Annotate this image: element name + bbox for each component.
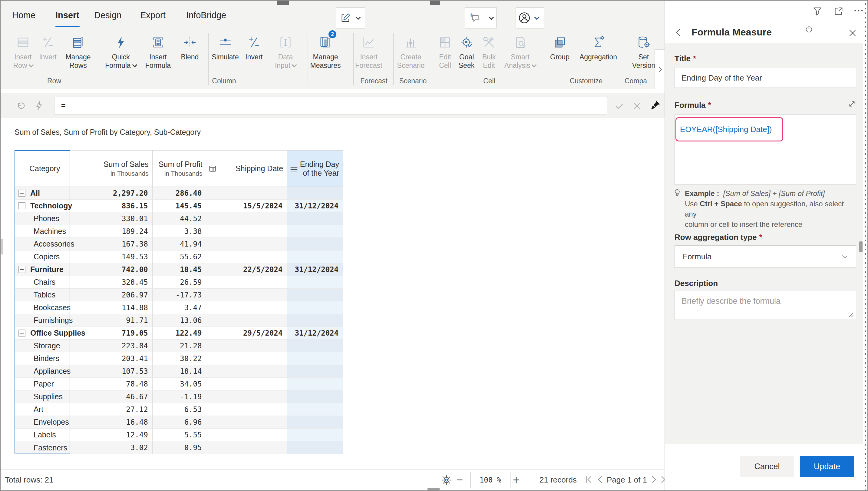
menu-tab-design[interactable]: Design (94, 8, 121, 22)
table-cell[interactable]: 3.02 (96, 441, 153, 454)
table-row[interactable]: Phones330.0144.52 (15, 212, 343, 225)
comment-button[interactable] (465, 7, 497, 28)
table-cell[interactable]: 6.53 (153, 403, 207, 415)
table-cell[interactable] (287, 441, 343, 454)
table-cell[interactable]: 2,297.20 (96, 187, 153, 199)
formula-input[interactable]: = (54, 97, 607, 115)
table-cell[interactable]: 145.45 (153, 200, 207, 212)
collapse-icon[interactable] (19, 266, 25, 273)
zoom-in-button[interactable]: + (513, 473, 520, 487)
menu-tab-infobridge[interactable]: InfoBridge (186, 8, 226, 22)
table-cell[interactable]: 91.71 (96, 314, 153, 326)
table-cell[interactable]: 719.05 (96, 327, 153, 339)
table-cell[interactable]: 167.38 (96, 238, 153, 250)
table-cell[interactable]: Chairs (15, 276, 96, 288)
table-cell[interactable] (206, 365, 287, 377)
pin-formula-bar-icon[interactable] (650, 100, 661, 111)
table-cell[interactable]: 149.53 (96, 251, 153, 263)
table-cell[interactable] (287, 365, 343, 377)
table-cell[interactable]: Bookcases (15, 301, 96, 314)
table-row[interactable]: Storage223.8421.28 (15, 340, 343, 352)
table-cell[interactable]: Supplies (15, 391, 96, 403)
table-cell[interactable] (206, 403, 287, 415)
table-cell[interactable]: 55.62 (153, 251, 207, 263)
table-cell[interactable]: 0.95 (153, 441, 207, 454)
table-cell[interactable]: All (15, 187, 96, 199)
table-cell[interactable]: Fasteners (15, 441, 96, 454)
group-button[interactable]: Group (549, 32, 571, 78)
table-cell[interactable] (206, 340, 287, 352)
expand-panel-icon[interactable] (834, 6, 844, 17)
table-cell[interactable]: Copiers (15, 251, 96, 263)
table-cell[interactable]: 41.94 (153, 238, 207, 250)
table-cell[interactable] (206, 289, 287, 301)
resize-grip-icon[interactable] (846, 310, 855, 318)
zoom-level-input[interactable]: 100 % (470, 472, 510, 488)
table-cell[interactable]: 330.01 (96, 212, 153, 225)
table-cell[interactable]: 836.15 (96, 200, 153, 212)
table-cell[interactable] (206, 391, 287, 403)
column-header-category[interactable]: Category (15, 150, 96, 186)
comment-dropdown[interactable] (484, 7, 496, 28)
cancel-button[interactable]: Cancel (740, 456, 794, 477)
table-row[interactable]: Tables206.97-17.73 (15, 289, 343, 301)
close-icon[interactable] (848, 28, 857, 37)
table-cell[interactable] (287, 251, 343, 263)
table-cell[interactable] (206, 225, 287, 237)
menu-tab-export[interactable]: Export (140, 8, 165, 22)
table-cell[interactable]: 223.84 (96, 340, 153, 352)
table-cell[interactable]: 203.41 (96, 352, 153, 365)
expand-formula-editor-icon[interactable] (847, 99, 857, 109)
reset-formula-icon[interactable] (16, 100, 26, 112)
table-row[interactable]: Furnishings91.7113.06 (15, 314, 343, 327)
table-row[interactable]: Chairs328.4526.59 (15, 276, 343, 289)
table-cell[interactable]: Appliances (15, 365, 96, 377)
table-cell[interactable] (206, 429, 287, 441)
table-cell[interactable]: 12.49 (96, 429, 153, 441)
column-header-sum-of-sales[interactable]: Sum of Salesin Thousands (96, 150, 153, 186)
table-cell[interactable] (287, 212, 343, 225)
table-cell[interactable]: 13.06 (153, 314, 207, 326)
table-cell[interactable] (206, 251, 287, 263)
table-cell[interactable] (206, 301, 287, 314)
table-row[interactable]: Supplies46.67-1.19 (15, 391, 343, 403)
table-cell[interactable] (206, 416, 287, 428)
account-button[interactable] (516, 7, 544, 28)
table-cell[interactable] (287, 378, 343, 390)
table-cell[interactable] (287, 391, 343, 403)
table-cell[interactable] (287, 352, 343, 365)
table-row[interactable]: Labels12.495.55 (15, 429, 343, 441)
panel-resize-strip[interactable] (863, 1, 868, 490)
table-cell[interactable]: 22/5/2024 (206, 263, 287, 276)
aggregation-type-select[interactable]: Formula (675, 246, 856, 268)
menu-tab-insert[interactable]: Insert (55, 8, 79, 22)
table-cell[interactable]: 5.55 (153, 429, 207, 441)
table-cell[interactable] (287, 314, 343, 326)
description-field[interactable] (675, 291, 856, 320)
table-cell[interactable]: 15/5/2024 (206, 200, 287, 212)
table-settings-gear-icon[interactable] (440, 474, 453, 487)
table-cell[interactable]: 18.14 (153, 365, 207, 377)
title-field[interactable]: Ending Day of the Year (675, 68, 856, 88)
table-cell[interactable]: 21.28 (153, 340, 207, 352)
table-cell[interactable] (287, 289, 343, 301)
next-page-icon[interactable] (649, 475, 658, 484)
table-row[interactable]: Office Supplies719.05122.4929/5/202431/1… (15, 327, 343, 340)
blend-button[interactable]: Blend (178, 32, 202, 78)
table-cell[interactable]: 29/5/2024 (206, 327, 287, 339)
panel-scrollbar-thumb[interactable] (859, 241, 863, 252)
table-row[interactable]: Envelopes16.486.96 (15, 416, 343, 429)
more-options-icon[interactable] (854, 8, 864, 13)
column-header-ending-day-of-the-year[interactable]: Ending Dayof the Year (287, 150, 343, 186)
table-cell[interactable]: -3.47 (153, 301, 207, 314)
table-cell[interactable] (206, 378, 287, 390)
column-header-sum-of-profit[interactable]: Sum of Profitin Thousands (153, 150, 207, 186)
table-row[interactable]: Accessories167.3841.94 (15, 238, 343, 251)
table-cell[interactable]: 122.49 (153, 327, 207, 339)
table-cell[interactable]: 31/12/2024 (287, 263, 343, 276)
update-button[interactable]: Update (800, 456, 854, 477)
table-cell[interactable] (206, 276, 287, 288)
table-cell[interactable]: Envelopes (15, 416, 96, 428)
quick-formula-bar-icon[interactable] (34, 100, 44, 111)
table-cell[interactable]: 27.12 (96, 403, 153, 415)
